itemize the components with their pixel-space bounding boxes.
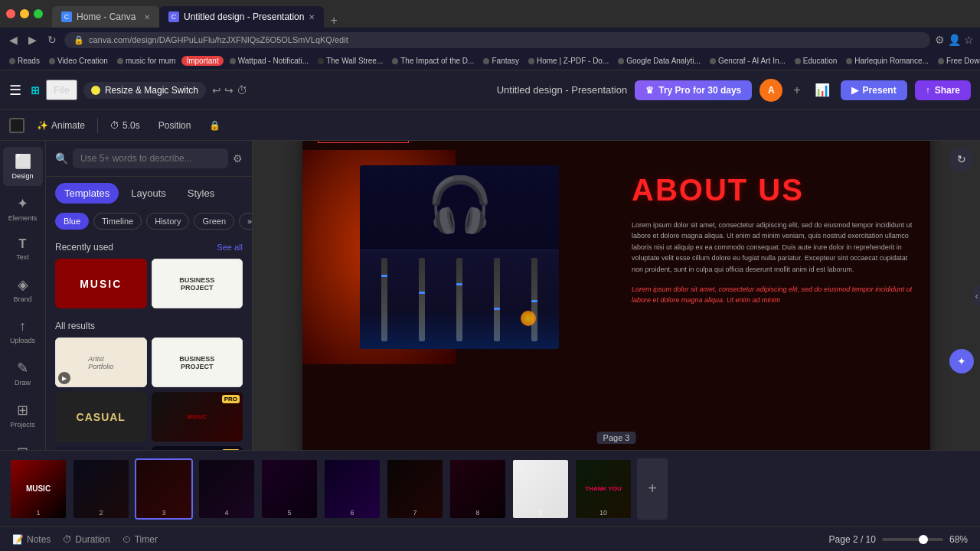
undo-button[interactable]: ↩	[212, 84, 221, 96]
sidebar-item-text[interactable]: T Text	[3, 231, 43, 267]
tab-styles[interactable]: Styles	[178, 183, 224, 204]
template-dark-music[interactable]: MUSIC PRO	[152, 392, 243, 442]
duration-button[interactable]: ⏱ Duration	[63, 534, 109, 545]
bookmark-wattpad[interactable]: Wattpad - Notificati...	[227, 55, 312, 67]
profile-icon[interactable]: 👤	[948, 34, 961, 46]
bookmark-gencraft[interactable]: Gencraf - AI Art In...	[707, 55, 789, 67]
file-button[interactable]: File	[46, 80, 77, 100]
present-button[interactable]: ▶ Present	[841, 80, 907, 100]
maximize-window-button[interactable]	[34, 9, 43, 18]
film-page-4[interactable]: 4	[198, 458, 256, 520]
tab-layouts[interactable]: Layouts	[122, 183, 175, 204]
bookmark-star-icon[interactable]: ☆	[964, 34, 974, 46]
canva-logo[interactable]: ⊞	[31, 84, 40, 96]
sidebar-item-design[interactable]: ⬜ Design	[3, 147, 43, 186]
bookmark-fantasy[interactable]: Fantasy	[480, 55, 522, 67]
film-page-10[interactable]: THANK YOU 10	[574, 458, 632, 520]
tab-close-design[interactable]: ✕	[309, 13, 315, 21]
film-page-2[interactable]: 2	[72, 458, 130, 520]
panel-scroll[interactable]: Recently used See all MUSIC BUSINESSPROJ…	[46, 236, 252, 450]
analytics-button[interactable]: 📊	[812, 80, 833, 100]
zoom-slider[interactable]	[882, 538, 943, 541]
search-icon: 🔍	[55, 152, 68, 165]
sidebar-item-uploads[interactable]: ↑ Uploads	[3, 312, 43, 350]
bookmark-impact[interactable]: The Impact of the D...	[389, 55, 477, 67]
close-window-button[interactable]	[6, 9, 15, 18]
bookmark-harlequin[interactable]: Harlequin Romance...	[843, 55, 932, 67]
bookmark-reads[interactable]: Reads	[6, 55, 43, 67]
url-bar[interactable]: 🔒 canva.com/design/DAGHPuLuFlu/hzJXFNIQs…	[64, 32, 930, 48]
color-swatch[interactable]	[9, 118, 24, 133]
try-pro-button[interactable]: ♛ Try Pro for 30 days	[635, 80, 752, 100]
sidebar-item-projects[interactable]: ⊞ Projects	[3, 396, 43, 435]
slide-canvas[interactable]: BORCELLE Home Photo About Us Contact	[302, 141, 930, 450]
redo-button[interactable]: ↪	[224, 84, 234, 96]
template-casual[interactable]: CASUAL	[55, 392, 147, 442]
bookmark-music-for-mum[interactable]: music for mum	[114, 55, 179, 67]
template-business-recent[interactable]: BUSINESSPROJECT	[152, 259, 243, 308]
bookmark-important[interactable]: Important	[181, 56, 223, 66]
position-button[interactable]: Position	[152, 117, 198, 134]
filter-green[interactable]: Green	[194, 213, 234, 230]
sidebar-design-label: Design	[11, 172, 33, 180]
extensions-icon[interactable]: ⚙	[935, 34, 945, 46]
sidebar-item-apps[interactable]: ⊟ Apps	[3, 438, 43, 450]
refresh-button[interactable]: ↻	[44, 32, 60, 47]
add-account-button[interactable]: +	[790, 80, 803, 100]
bookmark-zpdf[interactable]: Home | Z-PDF - Do...	[525, 55, 612, 67]
film-page-9[interactable]: 9	[511, 458, 570, 520]
film-page-5[interactable]: 5	[260, 458, 318, 520]
canvas-help-button[interactable]: ✦	[949, 349, 974, 373]
menu-icon[interactable]: ☰	[9, 82, 21, 99]
canvas-refresh-button[interactable]: ↻	[949, 147, 974, 171]
filter-blue[interactable]: Blue	[55, 213, 89, 230]
template-music-recent[interactable]: MUSIC	[55, 259, 147, 308]
tab-home-canva[interactable]: C Home - Canva ✕	[52, 6, 159, 28]
minimize-window-button[interactable]	[20, 9, 29, 18]
sidebar-item-elements[interactable]: ✦ Elements	[3, 189, 43, 228]
see-all-button[interactable]: See all	[217, 243, 243, 252]
new-tab-button[interactable]: +	[324, 14, 343, 28]
filter-history[interactable]: History	[146, 213, 189, 230]
tab-templates[interactable]: Templates	[55, 183, 119, 204]
search-input[interactable]	[73, 148, 228, 168]
film-page-6[interactable]: 6	[323, 458, 381, 520]
template-business-project[interactable]: BUSINESSPROJECT	[152, 337, 243, 387]
duration-button[interactable]: ⏱ 5.0s	[104, 117, 146, 134]
timer-button-status[interactable]: ⏲ Timer	[122, 534, 158, 545]
tab-close-home[interactable]: ✕	[144, 13, 150, 21]
bookmark-education[interactable]: Education	[792, 55, 840, 67]
draw-icon: ✎	[17, 360, 28, 377]
film-page-1[interactable]: MUSIC 1	[9, 458, 67, 520]
browser-chrome: C Home - Canva ✕ C Untitled design - Pre…	[0, 0, 980, 28]
filter-button[interactable]: ⚙	[233, 152, 243, 165]
sidebar-item-brand[interactable]: ◈ Brand	[3, 270, 43, 309]
filter-more[interactable]: »	[239, 213, 252, 230]
template-artist-portfolio[interactable]: ArtistPortfolio ▶	[55, 337, 147, 387]
bookmark-wallstreet[interactable]: The Wall Stree...	[315, 55, 386, 67]
all-results-title: All results	[55, 321, 95, 331]
filter-timeline[interactable]: Timeline	[93, 213, 142, 230]
tab-untitled-design[interactable]: C Untitled design - Presentation ✕	[159, 6, 324, 28]
lock-button[interactable]: 🔒	[203, 117, 227, 134]
bookmark-freedownload[interactable]: Free Download Books	[935, 55, 980, 67]
film-page-7[interactable]: 7	[386, 458, 444, 520]
add-page-button[interactable]: +	[637, 458, 668, 520]
template-film-theater[interactable]: FILM &THEATER PRO	[152, 446, 243, 450]
user-avatar[interactable]: A	[760, 79, 782, 102]
collapse-icon[interactable]: ‹	[974, 285, 980, 306]
bookmark-google-data[interactable]: Google Data Analyti...	[615, 55, 704, 67]
template-business-project-2[interactable]: BUSINESSPROJECT	[55, 446, 147, 450]
film-page-3[interactable]: 3	[135, 458, 193, 520]
film-page-8[interactable]: 8	[449, 458, 507, 520]
forward-button[interactable]: ▶	[25, 32, 40, 47]
bookmark-video-creation[interactable]: Video Creation	[46, 55, 111, 67]
back-button[interactable]: ◀	[6, 32, 21, 47]
notes-button[interactable]: 📝 Notes	[12, 534, 51, 545]
animate-button[interactable]: ✨ Animate	[31, 117, 91, 134]
present-label: Present	[863, 85, 897, 96]
resize-magic-switch[interactable]: Resize & Magic Switch	[83, 82, 206, 99]
sidebar-item-draw[interactable]: ✎ Draw	[3, 354, 43, 393]
timer-button[interactable]: ⏱	[237, 84, 247, 96]
share-button[interactable]: ↑ Share	[915, 80, 971, 100]
